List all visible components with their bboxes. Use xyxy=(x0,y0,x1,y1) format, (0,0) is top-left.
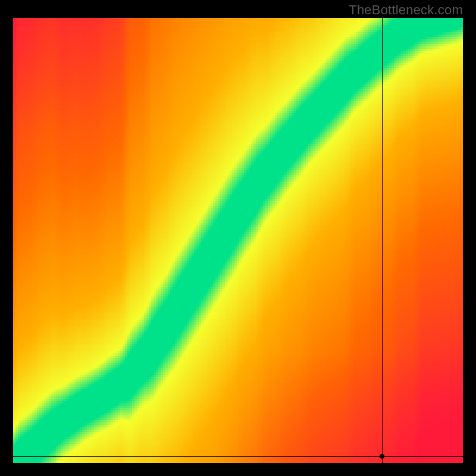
crosshair-horizontal xyxy=(13,456,463,457)
chart-frame: TheBottleneck.com xyxy=(0,0,476,476)
crosshair-dot xyxy=(380,454,384,459)
watermark-text: TheBottleneck.com xyxy=(349,2,463,18)
heatmap-canvas xyxy=(13,18,463,463)
crosshair-vertical xyxy=(382,18,383,463)
heatmap-plot xyxy=(13,18,463,463)
